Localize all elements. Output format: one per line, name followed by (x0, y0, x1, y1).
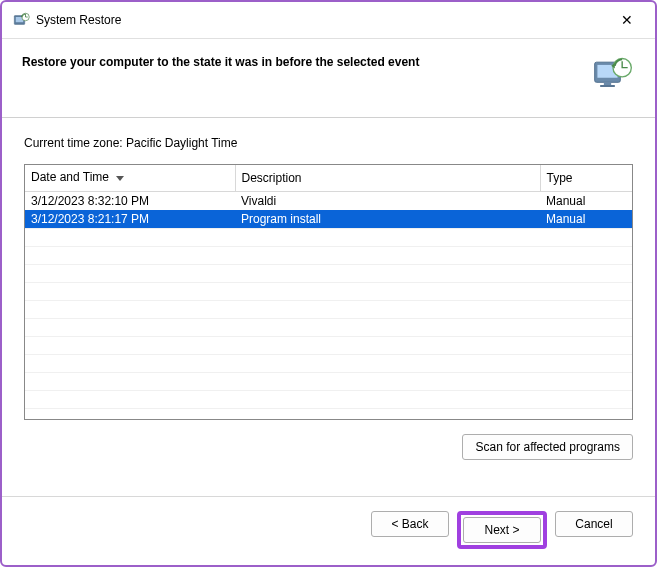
column-label: Date and Time (31, 170, 109, 184)
table-row-empty (25, 354, 632, 372)
cell-date: 3/12/2023 8:21:17 PM (25, 210, 235, 229)
cell-desc: Program install (235, 210, 540, 229)
table-row-empty (25, 318, 632, 336)
table-row-empty (25, 300, 632, 318)
table-row[interactable]: 3/12/2023 8:21:17 PMProgram installManua… (25, 210, 632, 229)
titlebar: System Restore ✕ (2, 2, 655, 39)
column-header-date[interactable]: Date and Time (25, 165, 235, 191)
cell-type: Manual (540, 210, 632, 229)
table-row-empty (25, 264, 632, 282)
column-header-type[interactable]: Type (540, 165, 632, 191)
window-title: System Restore (36, 13, 609, 27)
restore-monitor-icon (591, 53, 635, 97)
table-row-empty (25, 228, 632, 246)
scan-affected-programs-button[interactable]: Scan for affected programs (462, 434, 633, 460)
svg-rect-7 (600, 85, 615, 87)
close-button[interactable]: ✕ (609, 8, 645, 32)
table-row-empty (25, 372, 632, 390)
cell-desc: Vivaldi (235, 191, 540, 210)
cell-type: Manual (540, 191, 632, 210)
table-row-empty (25, 336, 632, 354)
cell-date: 3/12/2023 8:32:10 PM (25, 191, 235, 210)
column-header-description[interactable]: Description (235, 165, 540, 191)
table-row-empty (25, 408, 632, 420)
svg-marker-10 (116, 176, 124, 181)
content-area: Current time zone: Pacific Daylight Time… (2, 118, 655, 486)
table-row-empty (25, 246, 632, 264)
next-button[interactable]: Next > (463, 517, 541, 543)
column-label: Type (547, 171, 573, 185)
sort-descending-icon (116, 171, 124, 185)
header-heading: Restore your computer to the state it wa… (22, 53, 591, 69)
restore-points-table: Date and Time Description Type 3/12/2023… (24, 164, 633, 420)
timezone-label: Current time zone: Pacific Daylight Time (24, 136, 633, 150)
table-row-empty (25, 390, 632, 408)
column-label: Description (242, 171, 302, 185)
back-button[interactable]: < Back (371, 511, 449, 537)
next-button-highlight: Next > (457, 511, 547, 549)
header-banner: Restore your computer to the state it wa… (2, 39, 655, 117)
cancel-button[interactable]: Cancel (555, 511, 633, 537)
svg-rect-6 (604, 82, 611, 85)
footer-buttons: < Back Next > Cancel (2, 497, 655, 565)
table-row-empty (25, 282, 632, 300)
table-row[interactable]: 3/12/2023 8:32:10 PMVivaldiManual (25, 191, 632, 210)
system-restore-icon (12, 11, 30, 29)
